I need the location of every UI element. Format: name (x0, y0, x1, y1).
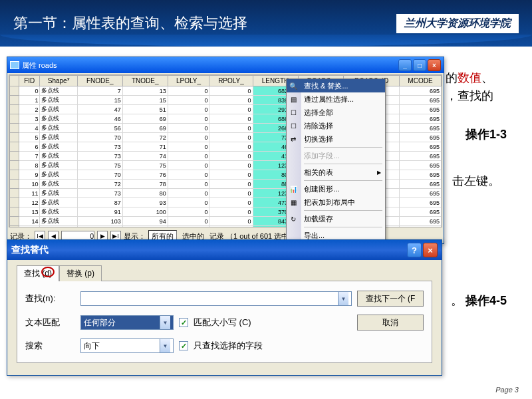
match-case-checkbox[interactable]: ✓ (179, 318, 188, 327)
find-window-title: 查找替代 (11, 244, 49, 256)
help-button[interactable]: ? (407, 243, 422, 257)
attr-window-title: 属性 roads (22, 61, 57, 70)
context-menu-item[interactable]: ▦把表加到布局中 (287, 196, 385, 209)
minimize-button[interactable]: _ (398, 59, 412, 71)
menu-item-icon: ↻ (289, 214, 298, 223)
side-text-2: ，查找的 (446, 88, 493, 104)
text-match-select[interactable]: 任何部分▼ (80, 315, 174, 330)
find-replace-dialog: 查找替代 ? × 查找 (d) 替换 (p) 查找(n): ▼ 查找下一个 (F… (7, 239, 442, 376)
menu-item-icon: ☐ (289, 108, 298, 117)
find-what-input[interactable]: ▼ (80, 291, 352, 306)
maximize-button[interactable]: □ (413, 59, 426, 71)
dropdown-icon[interactable]: ▼ (160, 339, 170, 352)
side-text-4: 。 (451, 293, 463, 309)
column-header[interactable]: MCODE (399, 76, 441, 86)
context-menu-item[interactable]: 📊创建图形... (287, 182, 385, 196)
context-menu-item[interactable]: ☐清除选择 (287, 119, 385, 132)
search-dir-label: 搜索 (25, 340, 75, 352)
red-circle-annotation (41, 267, 55, 277)
column-header[interactable]: FNODE_ (77, 76, 122, 86)
operation-1-3-label: 操作1-3 (466, 126, 507, 142)
dropdown-icon[interactable]: ▼ (338, 292, 348, 305)
find-titlebar[interactable]: 查找替代 ? × (7, 240, 442, 260)
context-menu-item[interactable]: ☐选择全部 (287, 106, 385, 119)
side-text-1: 的数值、 (446, 70, 493, 86)
text-match-label: 文本匹配 (25, 317, 75, 329)
menu-item-icon: ▦ (289, 198, 298, 207)
tab-find[interactable]: 查找 (d) (17, 265, 59, 281)
context-menu-item[interactable]: 添加字段... (287, 149, 385, 162)
context-menu-item[interactable]: ▤通过属性选择... (287, 92, 385, 106)
find-next-button[interactable]: 查找下一个 (F (357, 291, 424, 307)
attr-titlebar[interactable]: 属性 roads _ □ × (7, 57, 444, 73)
column-header[interactable]: RPOLY_ (209, 76, 253, 86)
page-number: Page 3 (495, 386, 519, 394)
context-menu-item[interactable]: 相关的表▶ (287, 166, 385, 179)
context-menu-item[interactable]: ⇄切换选择 (287, 132, 385, 146)
context-menu-item[interactable]: 🔍查找 & 替换... (287, 79, 385, 92)
dropdown-icon[interactable]: ▼ (160, 316, 170, 329)
window-icon (10, 61, 19, 69)
find-what-label: 查找(n): (25, 293, 75, 305)
cancel-button[interactable]: 取消 (357, 315, 424, 331)
column-header[interactable]: Shape* (40, 76, 77, 86)
menu-item-icon: 🔍 (289, 81, 298, 90)
submenu-arrow-icon: ▶ (377, 170, 381, 176)
tab-replace[interactable]: 替换 (p) (59, 265, 102, 281)
context-menu-item[interactable]: ↻加载缓存 (287, 212, 385, 225)
menu-item-icon: ⇄ (289, 134, 298, 144)
match-case-label: 匹配大小写 (C) (194, 317, 251, 329)
menu-item-icon: ☐ (289, 121, 298, 130)
selected-field-checkbox[interactable]: ✓ (179, 341, 188, 350)
operation-4-5-label: 操作4-5 (466, 293, 507, 309)
institution-label: 兰州大学资源环境学院 (396, 14, 519, 33)
column-header[interactable]: FID (19, 76, 40, 86)
column-header[interactable]: LPOLY_ (168, 76, 209, 86)
search-dir-select[interactable]: 向下▼ (80, 338, 174, 353)
close-button[interactable]: × (428, 59, 441, 71)
find-close-button[interactable]: × (423, 243, 438, 257)
slide-title: 第一节：属性表的查询、检索与选择 (13, 13, 247, 33)
context-menu: 🔍查找 & 替换...▤通过属性选择...☐选择全部☐清除选择⇄切换选择添加字段… (286, 78, 386, 259)
menu-item-icon: ▤ (289, 94, 298, 104)
selected-field-label: 只查找选择的字段 (194, 340, 263, 352)
column-header[interactable]: TNODE_ (122, 76, 168, 86)
side-text-3: 击左键。 (452, 173, 500, 189)
menu-item-icon: 📊 (289, 184, 298, 194)
